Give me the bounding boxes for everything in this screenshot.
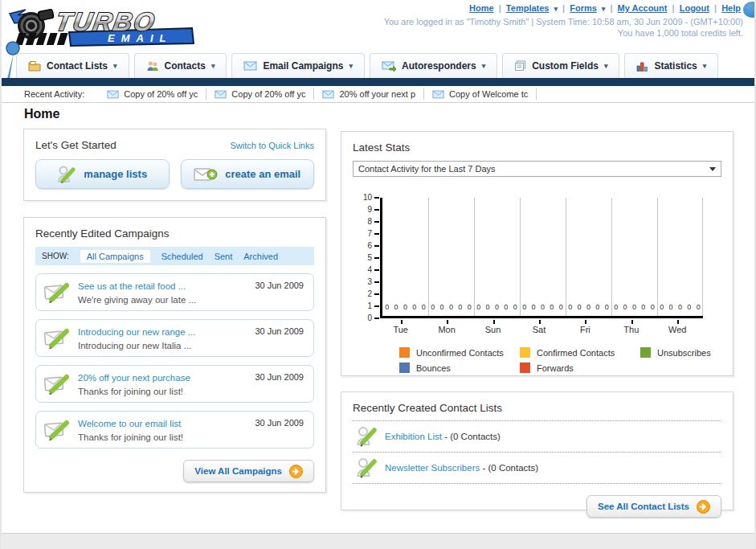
campaign-title-link[interactable]: Welcome to our email list <box>78 419 181 428</box>
nav-link-templates[interactable]: Templates <box>506 3 550 13</box>
tab-label: Custom Fields <box>532 60 599 72</box>
stats-report-selected-value: Contact Activity for the Last 7 Days <box>358 164 496 174</box>
value-label: 0 <box>568 303 572 311</box>
value-label-group: 00000 <box>520 302 566 312</box>
recent-activity-link[interactable]: Copy of 20% off yc <box>231 89 305 99</box>
legend-label: Forwards <box>537 363 574 373</box>
filter-all-campaigns[interactable]: All Campaigns <box>80 250 150 263</box>
value-label: 0 <box>403 303 407 311</box>
tab-email-campaigns[interactable]: Email Campaigns▾ <box>231 53 365 78</box>
x-tick-label: Sun <box>470 320 516 334</box>
stats-report-select[interactable]: Contact Activity for the Last 7 Days <box>353 161 721 177</box>
value-label: 0 <box>578 303 582 311</box>
y-tick-mark <box>374 281 379 283</box>
switch-to-quick-links[interactable]: Switch to Quick Links <box>230 141 314 150</box>
chevron-down-icon[interactable]: ▾ <box>554 5 558 13</box>
nav-link-help[interactable]: Help <box>721 3 741 13</box>
recent-activity-item[interactable]: Copy of 20% off yc <box>99 88 206 100</box>
contact-list-name-link[interactable]: Exhibition List <box>385 432 442 441</box>
campaigns-panel: Recently Edited Campaigns SHOW: All Camp… <box>23 217 326 493</box>
x-tick-label: Thu <box>608 320 654 334</box>
campaign-row[interactable]: Introducing our new range ... Introducin… <box>35 319 314 357</box>
campaign-filter-bar: SHOW: All Campaigns Scheduled Sent Archi… <box>35 247 314 265</box>
contact-lists-title: Recently Created Contact Lists <box>353 402 721 421</box>
contact-list-count: - (0 Contacts) <box>482 463 538 473</box>
value-label: 0 <box>394 303 398 311</box>
people-icon <box>146 60 159 72</box>
nav-link-my-account[interactable]: My Account <box>618 3 668 13</box>
right-column: Latest Stats Contact Activity for the La… <box>341 131 734 510</box>
value-label: 0 <box>468 303 472 311</box>
value-label: 0 <box>595 303 599 311</box>
filter-archived[interactable]: Archived <box>243 252 278 261</box>
credits-info: You have 1,000 total credits left. <box>618 28 743 38</box>
filter-scheduled[interactable]: Scheduled <box>161 252 203 261</box>
campaign-row[interactable]: Welcome to our email list Thanks for joi… <box>35 411 314 449</box>
recent-activity-item[interactable]: 20% off your next p <box>314 88 424 100</box>
y-tick-mark <box>374 233 379 235</box>
y-tick-mark <box>374 293 379 295</box>
y-tick-label: 8 <box>367 217 372 226</box>
nav-link-home[interactable]: Home <box>469 3 494 13</box>
y-tick-label: 7 <box>367 229 372 238</box>
value-label: 0 <box>559 303 563 311</box>
recent-activity-item[interactable]: Copy of 20% off yc <box>206 88 314 100</box>
legend-swatch <box>520 347 530 358</box>
campaign-title-link[interactable]: See us at the retail food ... <box>78 281 186 291</box>
value-label: 0 <box>586 303 590 311</box>
latest-stats-title: Latest Stats <box>353 141 721 154</box>
envelope-icon <box>432 90 444 99</box>
value-label: 0 <box>476 303 480 311</box>
tab-contact-lists[interactable]: Contact Lists▾ <box>16 53 129 78</box>
contact-list-name-link[interactable]: Newsletter Subscribers <box>385 463 480 473</box>
recent-activity-link[interactable]: 20% off your next p <box>339 89 415 99</box>
y-tick-label: 4 <box>367 265 372 274</box>
main-nav-tabbar: Contact Lists▾ Contacts▾ Email Campaigns… <box>16 53 718 78</box>
y-tick-label: 9 <box>367 205 372 214</box>
header-nav: Home | Templates▾ | Forms▾ | My Account … <box>467 3 743 13</box>
campaign-row[interactable]: 20% off your next purchase Thanks for jo… <box>35 365 314 403</box>
tab-statistics[interactable]: Statistics▾ <box>624 53 718 78</box>
value-label: 0 <box>641 303 645 311</box>
campaign-row[interactable]: See us at the retail food ... We're givi… <box>35 273 314 311</box>
help-bubble-icon[interactable] <box>743 2 756 18</box>
x-tick-mark <box>631 320 633 324</box>
chevron-down-icon[interactable]: ▾ <box>602 5 606 13</box>
campaign-title-link[interactable]: Introducing our new range ... <box>78 327 195 337</box>
legend-item: Bounces <box>399 363 520 373</box>
nav-divider: | <box>499 3 501 13</box>
view-all-campaigns-button[interactable]: View All Campaigns <box>183 460 314 482</box>
legend-item: Forwards <box>520 363 640 373</box>
chart-legend: Unconfirmed ContactsConfirmed ContactsUn… <box>399 347 721 373</box>
tab-contacts[interactable]: Contacts▾ <box>134 53 227 78</box>
campaign-subtitle: Thanks for joining our list! <box>78 387 183 396</box>
recent-activity-link[interactable]: Copy of 20% off yc <box>124 89 198 99</box>
campaign-title-link[interactable]: 20% off your next purchase <box>78 373 190 383</box>
value-label: 0 <box>632 303 636 311</box>
x-tick-label: Mon <box>423 320 469 334</box>
legend-label: Unsubscribes <box>657 348 711 358</box>
see-all-contact-lists-button[interactable]: See All Contact Lists <box>586 495 721 518</box>
filter-sent[interactable]: Sent <box>215 252 233 261</box>
campaign-subtitle: We're giving away our late ... <box>78 295 196 305</box>
recent-activity-item[interactable]: Copy of Welcome tc <box>424 88 537 100</box>
page-title: Home <box>24 107 59 121</box>
nav-link-logout[interactable]: Logout <box>680 3 709 13</box>
contact-list-row[interactable]: Exhibition List - (0 Contacts) <box>353 421 721 453</box>
tab-autoresponders[interactable]: Autoresponders▾ <box>370 53 497 78</box>
value-label: 0 <box>541 303 545 311</box>
see-all-contact-lists-label: See All Contact Lists <box>598 502 689 511</box>
y-tick-label: 6 <box>367 241 372 250</box>
chart-value-labels: 00000000000000000000000000000000000 <box>382 302 703 312</box>
chart-plot-area: 00000000000000000000000000000000000 <box>380 198 703 318</box>
value-label: 0 <box>614 303 618 311</box>
recent-activity-link[interactable]: Copy of Welcome tc <box>449 89 528 99</box>
contact-list-row[interactable]: Newsletter Subscribers - (0 Contacts) <box>353 453 721 484</box>
create-email-label: create an email <box>225 168 300 180</box>
chevron-down-icon: ▾ <box>482 62 486 70</box>
nav-link-forms[interactable]: Forms <box>570 3 597 13</box>
tab-custom-fields[interactable]: Custom Fields▾ <box>502 53 619 78</box>
manage-lists-button[interactable]: manage lists <box>35 159 170 189</box>
view-all-campaigns-label: View All Campaigns <box>194 466 282 476</box>
create-email-button[interactable]: create an email <box>181 159 315 189</box>
